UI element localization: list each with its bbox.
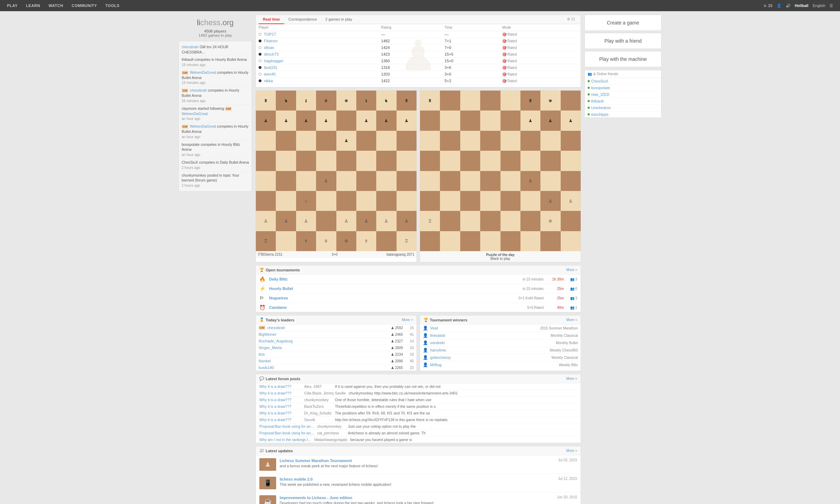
leader-row[interactable]: GM chessbrah ♟ 2592 15 <box>256 325 416 331</box>
play-machine-button[interactable]: Play with the machine <box>584 51 662 67</box>
table-row[interactable]: TOP27 — — 🎯 Rated <box>256 31 581 38</box>
leader-name[interactable]: BigWinner <box>259 332 389 336</box>
update-title[interactable]: Lichess Summer Marathon Tournament <box>280 459 352 463</box>
winner-row[interactable]: 👤 Veat 2015 Summer Marathon <box>420 325 581 332</box>
tournament-row[interactable]: 🔥 Daily Blitz in 15 minutes 1h 30m 👥 3 <box>256 275 581 284</box>
winner-name[interactable]: gofarchessy <box>430 355 550 360</box>
forum-topic[interactable]: Why it is a draw??? <box>259 391 301 395</box>
user-link[interactable]: WelvenDaGreat <box>190 124 216 128</box>
player-name[interactable]: dimch73 <box>264 52 279 56</box>
notification-count[interactable]: ⚔ 15 <box>763 3 772 8</box>
tournament-row[interactable]: ⏰ Candamo 5+0 Rated 40m 👥 1 <box>256 303 581 312</box>
menu-icon[interactable]: ☰ <box>830 3 833 8</box>
friend-item[interactable]: Unishedron <box>585 105 661 111</box>
player-name[interactable]: TOP27 <box>264 32 276 36</box>
table-row[interactable]: Filstrom 1482 7+1 🎯 Rated <box>256 38 581 44</box>
nav-watch[interactable]: WATCH <box>49 3 63 8</box>
player-name[interactable]: sfloan <box>264 45 274 50</box>
forum-topic[interactable]: Why it is a draw??? <box>259 411 301 415</box>
forum-topic[interactable]: Why it is a draw??? <box>259 384 301 389</box>
update-title[interactable]: lichess mobile 2.0 <box>280 477 313 481</box>
forum-topic[interactable]: Why it is a draw??? <box>259 398 301 402</box>
tournament-name[interactable]: Hourly Bullet <box>269 286 520 291</box>
username[interactable]: Hellball <box>795 3 808 8</box>
nav-play[interactable]: PLAY <box>7 3 18 8</box>
winners-more[interactable]: More » <box>566 318 577 322</box>
game-board[interactable]: ♜♞♝♛♚♝♞♜♟♟♟♟♟♟♟♟♙♘♙♙♙♙♙♙♙♖♗♕♔♗♖ <box>256 91 416 251</box>
leader-row[interactable]: Singer_Marta ♟ 2609 10 <box>256 345 416 351</box>
tab-realtime[interactable]: Real time <box>259 15 284 24</box>
leader-name[interactable]: Singer_Marta <box>259 346 389 350</box>
sound-icon[interactable]: 🔊 <box>786 3 791 8</box>
nav-learn[interactable]: LEARN <box>26 3 40 8</box>
play-friend-button[interactable]: Play with a friend <box>584 33 662 49</box>
winner-row[interactable]: 👤 harrylime Weekly Chess960 <box>420 347 581 354</box>
winner-row[interactable]: 👤 thesaluki Monthly Classical <box>420 332 581 339</box>
winner-row[interactable]: 👤 srindreki Monthly Bullet <box>420 339 581 347</box>
winner-name[interactable]: harrylime <box>430 348 548 352</box>
forum-topic[interactable]: Why it is a draw??? <box>259 404 301 409</box>
winner-name[interactable]: Veat <box>430 326 538 330</box>
winner-name[interactable]: thesaluki <box>430 333 548 338</box>
tournament-name[interactable]: Candamo <box>269 305 525 310</box>
forum-more[interactable]: More » <box>566 377 577 381</box>
friend-item[interactable]: ChesSiuX <box>585 78 661 85</box>
forum-topic[interactable]: Proposal:Ban book using for an… <box>259 424 314 428</box>
create-game-button[interactable]: Create a game <box>584 15 662 31</box>
leader-name[interactable]: Rochade_Augsburg <box>259 339 389 343</box>
forum-topic[interactable]: Why am I not in the rankings l… <box>259 438 312 442</box>
puzzle-board[interactable]: ♜♜♚♟♟♟♙♙♙♖♔ <box>420 91 581 251</box>
table-row[interactable]: hagitragger 1360 15+0 🎯 Rated <box>256 58 581 64</box>
friend-item[interactable]: easchipps <box>585 111 661 118</box>
tournament-row[interactable]: 🏳 Nogueiras 0+1 KotH Rated 25m 👥 3 <box>256 293 581 303</box>
leader-name[interactable]: Nonkel <box>259 359 389 363</box>
friend-name[interactable]: niae_IZED <box>591 92 609 97</box>
tournament-name[interactable]: Nogueiras <box>269 296 516 300</box>
update-title[interactable]: Improvements to Lichess - June edition <box>280 496 352 500</box>
friend-name[interactable]: easchipps <box>591 112 609 116</box>
leader-row[interactable]: tlcb ♟ 2234 18 <box>256 351 416 358</box>
player-name[interactable]: dom45 <box>264 72 276 76</box>
forum-topic[interactable]: Why it is a draw??? <box>259 418 301 422</box>
winner-row[interactable]: 👤 MrBug Weekly Blitz <box>420 361 581 368</box>
user-link[interactable]: WelvenDaGreat <box>190 70 216 74</box>
table-row[interactable]: sfloan 1424 7+0 🎯 Rated <box>256 44 581 51</box>
nav-community[interactable]: COMMUNITY <box>72 3 97 8</box>
leader-name[interactable]: chessbrah <box>267 326 389 330</box>
table-row[interactable]: tbot(25) 1318 3+6 🎯 Rated <box>256 64 581 71</box>
language[interactable]: English <box>813 3 825 8</box>
friend-item[interactable]: bosspotate <box>585 85 661 91</box>
friend-item[interactable]: niae_IZED <box>585 91 661 98</box>
leader-name[interactable]: tlcb <box>259 352 389 356</box>
updates-more[interactable]: More » <box>566 449 577 453</box>
table-row[interactable]: nikka 1422 5+2 🎯 Rated <box>256 78 581 84</box>
table-row[interactable]: dimch73 1423 15+5 🎯 Rated <box>256 51 581 58</box>
tournaments-more[interactable]: More » <box>566 268 577 272</box>
leader-row[interactable]: BigWinner ♟ 2460 41 <box>256 331 416 338</box>
forum-topic[interactable]: Proposal:Ban book using for an… <box>259 431 314 435</box>
leader-row[interactable]: Rochade_Augsburg ♟ 2327 14 <box>256 338 416 345</box>
friend-name[interactable]: bosspotate <box>591 86 610 90</box>
leader-row[interactable]: kusik140 ♟ 2265 23 <box>256 364 416 371</box>
table-row[interactable]: dom45 1203 3+0 🎯 Rated <box>256 71 581 78</box>
tournament-row[interactable]: ⚡ Hourly Bullet in 15 minutes 25m 👥 0 <box>256 284 581 293</box>
tab-games-in-play[interactable]: 2 games in play <box>321 15 356 24</box>
player-name[interactable]: hagitragger <box>264 59 284 63</box>
user-link[interactable]: chessbrah <box>190 88 206 92</box>
winner-row[interactable]: 👤 gofarchessy Weekly Classical <box>420 354 581 361</box>
leader-row[interactable]: Nonkel ♟ 2090 45 <box>256 358 416 364</box>
settings-icon[interactable]: ⚙ 11 <box>564 15 578 24</box>
player-name[interactable]: nikka <box>264 79 273 83</box>
player-name[interactable]: tbot(25) <box>264 65 277 70</box>
profile-icon[interactable]: 👤 <box>777 3 782 8</box>
friend-name[interactable]: thibault <box>591 99 603 103</box>
tab-correspondence[interactable]: Correspondence <box>284 15 321 24</box>
tournament-name[interactable]: Daily Blitz <box>269 277 520 281</box>
nav-tools[interactable]: TOOLS <box>105 3 119 8</box>
leader-name[interactable]: kusik140 <box>259 365 389 370</box>
friend-name[interactable]: ChesSiuX <box>591 79 608 83</box>
player-name[interactable]: Filstrom <box>264 39 278 43</box>
chessbrah-link[interactable]: chessbrah <box>182 45 198 49</box>
winner-name[interactable]: MrBug <box>430 363 557 367</box>
winner-name[interactable]: srindreki <box>430 341 554 345</box>
